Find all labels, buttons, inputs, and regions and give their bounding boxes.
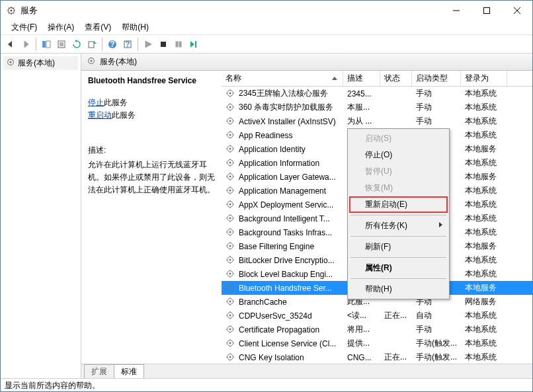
cm-properties[interactable]: 属性(R) bbox=[349, 260, 448, 276]
svg-marker-22 bbox=[75, 40, 77, 42]
stop-service-button[interactable] bbox=[156, 37, 171, 52]
service-name: Base Filtering Engine bbox=[239, 242, 314, 251]
gear-icon bbox=[226, 297, 236, 307]
tab-extended[interactable]: 扩展 bbox=[84, 364, 114, 378]
service-logon: 本地服务 bbox=[461, 282, 507, 294]
svg-point-118 bbox=[229, 272, 231, 274]
service-name: BranchCache bbox=[239, 297, 287, 307]
service-start: 手动 bbox=[412, 324, 461, 335]
minimize-button[interactable] bbox=[441, 1, 472, 20]
tree-root-services-local[interactable]: 服务(本地) bbox=[3, 56, 78, 70]
service-start: 手动(触发... bbox=[412, 338, 461, 349]
col-header-status[interactable]: 状态 bbox=[380, 71, 412, 86]
service-name: Application Identity bbox=[239, 145, 306, 154]
table-row[interactable]: 2345王牌输入法核心服务2345...手动本地系统 bbox=[222, 87, 532, 100]
service-desc: 本服... bbox=[343, 102, 380, 113]
help-topics-button[interactable]: ? bbox=[120, 37, 135, 52]
gear-icon bbox=[226, 158, 236, 169]
gear-icon bbox=[226, 325, 236, 335]
service-name: Block Level Backup Engi... bbox=[239, 270, 333, 279]
refresh-button[interactable] bbox=[69, 37, 84, 52]
service-desc: 将用... bbox=[343, 324, 380, 335]
service-desc: CNG... bbox=[343, 353, 380, 362]
close-button[interactable] bbox=[502, 1, 532, 20]
svg-rect-16 bbox=[42, 41, 46, 48]
col-header-logon[interactable]: 登录为 bbox=[461, 71, 507, 86]
tree-pane: 服务(本地) bbox=[1, 54, 81, 378]
svg-point-112 bbox=[229, 258, 231, 260]
col-header-name[interactable]: 名称 bbox=[222, 71, 343, 86]
service-name: Background Tasks Infras... bbox=[239, 228, 332, 237]
svg-rect-17 bbox=[46, 41, 50, 48]
col-header-start[interactable]: 启动类型 bbox=[412, 71, 461, 86]
svg-point-82 bbox=[229, 189, 231, 191]
start-service-button[interactable] bbox=[141, 37, 155, 52]
maximize-button[interactable] bbox=[472, 1, 502, 20]
svg-line-6 bbox=[9, 8, 9, 9]
menu-help[interactable]: 帮助(H) bbox=[116, 20, 154, 34]
service-logon: 本地服务 bbox=[461, 143, 507, 155]
menu-file[interactable]: 文件(F) bbox=[6, 20, 42, 34]
service-logon: 本地系统 bbox=[461, 352, 507, 363]
detail-service-name: Bluetooth Handsfree Service bbox=[88, 76, 215, 85]
gear-icon bbox=[226, 130, 236, 141]
restart-link[interactable]: 重启动 bbox=[88, 110, 112, 120]
cm-refresh[interactable]: 刷新(F) bbox=[349, 239, 448, 255]
cm-help[interactable]: 帮助(H) bbox=[349, 281, 448, 297]
gear-icon bbox=[226, 255, 236, 266]
svg-point-94 bbox=[229, 217, 231, 219]
service-name: CNG Key Isolation bbox=[239, 353, 304, 362]
cm-restart[interactable]: 重新启动(E) bbox=[349, 196, 448, 213]
svg-point-136 bbox=[229, 314, 231, 316]
cm-all-tasks[interactable]: 所有任务(K) bbox=[349, 217, 448, 234]
gear-icon bbox=[226, 352, 236, 363]
col-header-desc[interactable]: 描述 bbox=[343, 71, 380, 86]
table-row[interactable]: 360 杀毒实时防护加载服务本服...手动本地系统 bbox=[222, 100, 532, 114]
service-start: 手动 bbox=[412, 116, 461, 127]
cm-start: 启动(S) bbox=[349, 130, 448, 147]
help-button[interactable]: ? bbox=[105, 37, 120, 52]
restart-link-suffix: 此服务 bbox=[112, 110, 136, 120]
table-row[interactable]: ActiveX Installer (AxInstSV)为从 ...手动本地系统 bbox=[222, 114, 532, 128]
properties-button[interactable] bbox=[54, 37, 69, 52]
restart-service-button[interactable] bbox=[186, 37, 201, 52]
svg-marker-15 bbox=[24, 41, 28, 48]
service-name: CDPUserSvc_3524d bbox=[239, 311, 312, 321]
svg-point-46 bbox=[229, 106, 231, 108]
gear-icon bbox=[226, 172, 236, 182]
back-button[interactable] bbox=[3, 37, 18, 52]
gear-icon bbox=[226, 214, 236, 224]
detail-desc: 允许在此计算机上运行无线蓝牙耳机。如果停止或禁用了此设备，则无法在此计算机上正确… bbox=[88, 159, 215, 197]
forward-button[interactable] bbox=[19, 37, 33, 52]
service-name: 360 杀毒实时防护加载服务 bbox=[239, 102, 333, 113]
export-button[interactable] bbox=[85, 37, 99, 52]
table-row[interactable]: Certificate Propagation将用...手动本地系统 bbox=[222, 323, 532, 336]
service-name: App Readiness bbox=[239, 131, 292, 140]
svg-point-148 bbox=[229, 342, 231, 344]
stop-link[interactable]: 停止 bbox=[88, 98, 104, 107]
service-logon: 本地系统 bbox=[461, 213, 507, 224]
service-logon: 网络服务 bbox=[461, 296, 507, 307]
service-logon: 本地系统 bbox=[461, 310, 507, 321]
service-logon: 本地系统 bbox=[461, 268, 507, 280]
service-start: 手动 bbox=[412, 102, 461, 113]
svg-rect-11 bbox=[484, 8, 490, 14]
service-desc: 为从 ... bbox=[343, 116, 380, 127]
cm-stop[interactable]: 停止(O) bbox=[349, 147, 448, 163]
menu-action[interactable]: 操作(A) bbox=[42, 20, 79, 34]
tab-standard[interactable]: 标准 bbox=[114, 364, 144, 378]
svg-rect-30 bbox=[161, 42, 166, 47]
show-hide-tree-button[interactable] bbox=[39, 37, 54, 52]
svg-point-36 bbox=[9, 61, 11, 63]
menu-view[interactable]: 查看(V) bbox=[79, 20, 116, 34]
svg-marker-24 bbox=[94, 41, 97, 44]
svg-rect-23 bbox=[89, 42, 94, 48]
table-row[interactable]: CDPUserSvc_3524d<读...正在...自动本地系统 bbox=[222, 309, 532, 323]
table-row[interactable]: CNG Key IsolationCNG...正在...手动(触发...本地系统 bbox=[222, 350, 532, 364]
pause-service-button[interactable] bbox=[171, 37, 186, 52]
service-start: 手动(触发... bbox=[412, 352, 461, 363]
table-row[interactable]: Client License Service (Cl...提供...手动(触发.… bbox=[222, 336, 532, 350]
svg-line-8 bbox=[9, 13, 9, 13]
service-logon: 本地系统 bbox=[461, 199, 507, 210]
gear-icon bbox=[226, 186, 236, 196]
